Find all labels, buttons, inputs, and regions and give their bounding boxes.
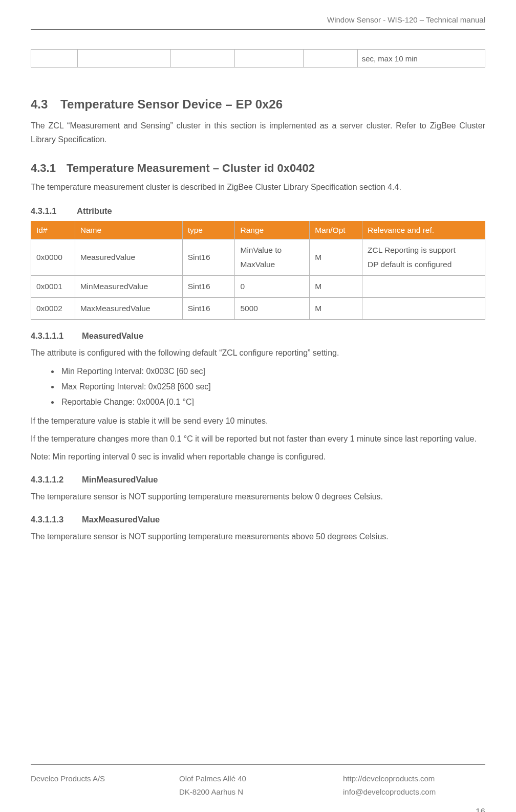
minmv-para: The temperature sensor is NOT supporting… (31, 490, 485, 503)
th-man: Man/Opt (310, 222, 362, 239)
heading-4-3-1-1-1: 4.3.1.1.1MeasuredValue (31, 331, 485, 341)
th-range: Range (235, 222, 310, 239)
table-row: 0x0000 MeasuredValue Sint16 MinValue to … (31, 239, 485, 276)
maxmv-para: The temperature sensor is NOT supporting… (31, 530, 485, 543)
page-number: 16 (476, 807, 485, 812)
list-item: Reportable Change: 0x000A [0.1 °C] (59, 394, 485, 410)
heading-4-3: 4.3Temperature Sensor Device – EP 0x26 (31, 97, 485, 112)
list-item: Min Reporting Interval: 0x003C [60 sec] (59, 364, 485, 379)
table-row: 0x0002 MaxMeasuredValue Sint16 5000 M (31, 298, 485, 320)
para-4-3: The ZCL “Measurement and Sensing” cluste… (31, 119, 485, 146)
footer-mail: info@develcoproducts.com (343, 785, 476, 799)
footer-url: http://develcoproducts.com (343, 772, 476, 785)
mv-intro: The attribute is configured with the fol… (31, 346, 485, 360)
heading-4-3-1: 4.3.1Temperature Measurement – Cluster i… (31, 162, 485, 175)
list-item: Max Reporting Interval: 0x0258 [600 sec] (59, 379, 485, 394)
mv-bullets: Min Reporting Interval: 0x003C [60 sec] … (59, 364, 485, 410)
fragment-last-cell: sec, max 10 min (357, 50, 485, 68)
page-footer: Develco Products A/S Olof Palmes Allé 40… (31, 764, 485, 799)
th-name: Name (75, 222, 182, 239)
heading-4-3-1-1-3: 4.3.1.1.3MaxMeasuredValue (31, 515, 485, 524)
heading-4-3-1-1: 4.3.1.1Attribute (31, 206, 485, 216)
para-4-3-1: The temperature measurement cluster is d… (31, 180, 485, 194)
header-rule (31, 29, 485, 30)
th-rel: Relevance and ref. (362, 222, 485, 239)
doc-header: Window Sensor - WIS-120 – Technical manu… (31, 15, 485, 29)
heading-4-3-1-1-2: 4.3.1.1.2MinMeasuredValue (31, 475, 485, 485)
footer-addr1: Olof Palmes Allé 40 (179, 772, 343, 785)
table-row: 0x0001 MinMeasuredValue Sint16 0 M (31, 276, 485, 298)
mv-after-2: If the temperature changes more than 0.1… (31, 432, 485, 446)
fragment-table: sec, max 10 min (31, 49, 485, 68)
mv-after-3: Note: Min reporting interval 0 sec is in… (31, 450, 485, 464)
th-type: type (182, 222, 235, 239)
attribute-table: Id# Name type Range Man/Opt Relevance an… (31, 221, 485, 320)
th-id: Id# (31, 222, 75, 239)
footer-company: Develco Products A/S (31, 772, 179, 799)
footer-rule (31, 764, 485, 765)
footer-addr2: DK-8200 Aarhus N (179, 785, 343, 799)
mv-after-1: If the temperature value is stable it wi… (31, 414, 485, 428)
